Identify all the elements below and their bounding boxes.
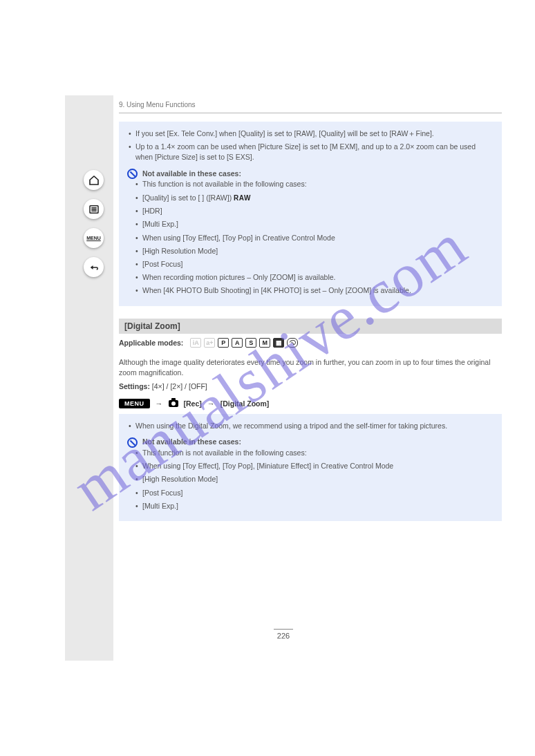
camera-icon [169, 400, 178, 407]
not-available-icon [127, 169, 138, 179]
section-description: Although the image quality deteriorates … [119, 357, 502, 378]
applicable-modes-row: Applicable modes: iA a+ P A S M ▦ [119, 334, 502, 353]
info-bullet: If you set [Ex. Tele Conv.] when [Qualit… [127, 129, 494, 139]
sidebar-nav: MENU [65, 95, 113, 661]
mode-icon-p: P [218, 338, 229, 348]
info-bullet: [High Resolution Mode] [134, 474, 494, 484]
menu-pill: MENU [119, 399, 150, 408]
mode-icon-creative [287, 338, 298, 348]
contents-button[interactable] [84, 199, 104, 219]
not-available-row: Not available in these cases: [127, 437, 494, 448]
menu-path: MENU → [Rec] → [Digital Zoom] [119, 399, 502, 408]
arrow-icon: → [207, 399, 215, 408]
info-bullet: [Multi Exp.] [134, 501, 494, 511]
info-bullet: [Post Focus] [134, 259, 494, 270]
info-bullet: This function is not available in the fo… [134, 179, 494, 189]
info-bullet: [Quality] is set to [ ] ([RAW]) RAW [134, 193, 494, 204]
menu-button[interactable]: MENU [84, 228, 104, 248]
info-box-2: When using the Digital Zoom, we recommen… [119, 414, 502, 521]
list-icon [88, 203, 100, 216]
mode-icon-m: M [259, 338, 270, 348]
menu-rec-label: [Rec] [184, 399, 202, 408]
manual-page: MENU 9. Using Menu Functions If you set … [65, 95, 502, 661]
back-button[interactable] [84, 257, 104, 277]
not-available-label: Not available in these cases: [142, 437, 241, 446]
info-bullet: When using [Toy Effect], [Toy Pop], [Min… [134, 461, 494, 471]
back-icon [88, 261, 100, 274]
info-bullet: When recording motion pictures – Only [Z… [134, 272, 494, 283]
menu-item-label: [Digital Zoom] [220, 399, 270, 408]
settings-row: Settings: [4×] / [2×] / [OFF] [119, 382, 502, 390]
info-box-1: If you set [Ex. Tele Conv.] when [Qualit… [119, 122, 502, 306]
arrow-icon: → [156, 399, 163, 408]
home-icon [88, 174, 100, 187]
mode-icon-iauto: iA [190, 338, 201, 348]
settings-label: Settings: [119, 382, 150, 390]
mode-icon-iautoplus: a+ [204, 338, 215, 348]
palette-icon [289, 339, 297, 346]
page-number: 226 [274, 629, 293, 640]
not-available-icon [127, 437, 138, 448]
settings-value: [4×] / [2×] / [OFF] [152, 382, 207, 390]
info-bullet: [Post Focus] [134, 488, 494, 498]
info-bullet: When using [Toy Effect], [Toy Pop] in Cr… [134, 233, 494, 243]
info-bullet: When using the Digital Zoom, we recommen… [127, 421, 494, 431]
home-button[interactable] [84, 170, 104, 190]
mode-icon-s: S [245, 338, 256, 348]
not-available-row: Not available in these cases: [127, 169, 494, 180]
info-bullet: This function is not available in the fo… [134, 448, 494, 458]
mode-icon-a: A [232, 338, 243, 348]
info-bullet: Up to a 1.4× zoom can be used when [Pict… [127, 142, 494, 162]
info-bullet: When [4K PHOTO Bulb Shooting] in [4K PHO… [134, 285, 494, 296]
info-bullet: [Multi Exp.] [134, 219, 494, 229]
section-heading: [Digital Zoom] [119, 319, 502, 334]
menu-icon-label: MENU [86, 236, 101, 240]
page-content: 9. Using Menu Functions If you set [Ex. … [119, 95, 502, 521]
divider [119, 113, 502, 113]
modes-label: Applicable modes: [119, 339, 183, 347]
info-bullet: [High Resolution Mode] [134, 246, 494, 256]
raw-icon: RAW [234, 193, 251, 204]
mode-icon-movie: ▦ [273, 338, 284, 348]
not-available-label: Not available in these cases: [142, 169, 241, 178]
info-bullet: [HDR] [134, 206, 494, 216]
chapter-header: 9. Using Menu Functions [119, 101, 502, 111]
